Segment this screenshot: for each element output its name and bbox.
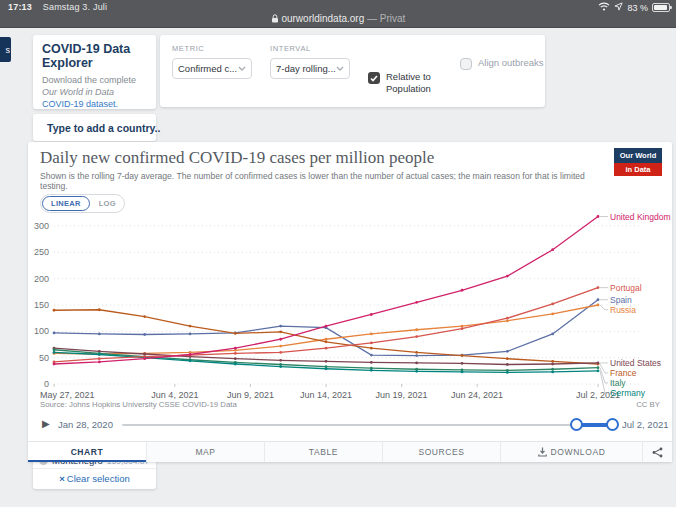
timeline-start-date: Jan 28, 2020 bbox=[58, 419, 113, 430]
align-outbreaks-checkbox[interactable]: Align outbreaks bbox=[460, 57, 543, 70]
series-label: France bbox=[610, 368, 637, 378]
svg-text:150: 150 bbox=[34, 300, 49, 310]
tab-chart[interactable]: CHART bbox=[28, 442, 146, 462]
chart-svg[interactable]: 050100150200250300May 27, 2021Jun 4, 202… bbox=[28, 210, 672, 406]
svg-text:100: 100 bbox=[34, 326, 49, 336]
explorer-title: COVID-19 Data Explorer bbox=[42, 42, 147, 71]
interval-select[interactable]: 7-day rolling... bbox=[270, 58, 350, 79]
svg-text:0: 0 bbox=[44, 379, 49, 389]
lock-icon bbox=[271, 14, 279, 23]
license-badge[interactable]: CC BY bbox=[636, 400, 660, 409]
status-time-date: 17:13 Samstag 3. Juli bbox=[8, 2, 107, 12]
svg-text:May 27, 2021: May 27, 2021 bbox=[40, 390, 95, 400]
add-country-search[interactable]: Type to add a country.. bbox=[33, 114, 156, 141]
series-label: United Kingdom bbox=[610, 212, 670, 222]
battery-icon bbox=[652, 3, 670, 12]
timeline-track[interactable] bbox=[122, 424, 578, 426]
svg-text:200: 200 bbox=[34, 274, 49, 284]
metric-label: METRIC bbox=[172, 44, 252, 53]
tab-download[interactable]: DOWNLOAD bbox=[500, 442, 642, 462]
interval-label: INTERVAL bbox=[270, 44, 350, 53]
checkbox-checked-icon bbox=[368, 72, 380, 84]
timeline-handle-start[interactable] bbox=[570, 418, 583, 431]
wifi-icon bbox=[598, 2, 610, 13]
tab-table[interactable]: TABLE bbox=[264, 442, 382, 462]
svg-text:Jun 4, 2021: Jun 4, 2021 bbox=[151, 390, 198, 400]
clock: 17:13 bbox=[8, 2, 32, 12]
dataset-link[interactable]: COVID-19 dataset. bbox=[42, 99, 118, 109]
svg-text:300: 300 bbox=[34, 221, 49, 231]
svg-text:250: 250 bbox=[34, 247, 49, 257]
series-label: Spain bbox=[610, 295, 632, 305]
explorer-description: Download the complete Our World in Data … bbox=[42, 74, 147, 110]
svg-text:50: 50 bbox=[39, 353, 49, 363]
linear-scale-button[interactable]: LINEAR bbox=[42, 196, 90, 211]
chart-title: Daily new confirmed COVID-19 cases per m… bbox=[40, 148, 434, 168]
url-privacy-label: — Privat bbox=[367, 13, 405, 24]
series-label: Italy bbox=[610, 378, 626, 388]
owid-logo[interactable]: Our World in Data bbox=[614, 148, 662, 176]
url-bar[interactable]: ourworldindata.org — Privat bbox=[0, 13, 676, 24]
log-scale-button[interactable]: LOG bbox=[91, 197, 124, 210]
chart-card: Daily new confirmed COVID-19 cases per m… bbox=[28, 142, 672, 462]
timeline: ▶ Jan 28, 2020 Jul 2, 2021 bbox=[28, 414, 672, 436]
share-icon bbox=[652, 447, 663, 458]
battery-percent: 83 % bbox=[627, 3, 648, 13]
owid-name-italic: Our World in Data bbox=[42, 87, 114, 97]
metric-select[interactable]: Confirmed c... bbox=[172, 58, 252, 79]
location-arrow-icon bbox=[614, 2, 623, 13]
ios-status-bar: 17:13 Samstag 3. Juli 83 % ourworldindat… bbox=[0, 0, 676, 28]
svg-text:Jun 14, 2021: Jun 14, 2021 bbox=[300, 390, 352, 400]
explorer-info-panel: COVID-19 Data Explorer Download the comp… bbox=[33, 35, 156, 109]
url-domain: ourworldindata.org bbox=[281, 13, 364, 24]
chevron-down-icon bbox=[238, 66, 246, 71]
tab-sources[interactable]: SOURCES bbox=[382, 442, 500, 462]
chart-source: Source: Johns Hopkins University CSSE CO… bbox=[40, 400, 237, 409]
chevron-down-icon bbox=[336, 66, 344, 71]
svg-text:Jun 9, 2021: Jun 9, 2021 bbox=[227, 390, 274, 400]
metric-controls-panel: METRIC Confirmed c... INTERVAL 7-day rol… bbox=[160, 35, 545, 107]
view-tabs: CHART MAP TABLE SOURCES DOWNLOAD bbox=[28, 441, 672, 462]
checkbox-unchecked-icon bbox=[460, 58, 472, 70]
series-label: Portugal bbox=[610, 283, 642, 293]
search-placeholder: Type to add a country.. bbox=[47, 122, 160, 134]
chart-subtitle: Shown is the rolling 7-day average. The … bbox=[40, 171, 600, 191]
download-icon bbox=[538, 447, 547, 457]
clear-selection-button[interactable]: ×Clear selection bbox=[33, 468, 156, 489]
clipped-edge-tab[interactable]: s bbox=[0, 37, 11, 62]
relative-to-population-checkbox[interactable]: Relative to Population bbox=[368, 71, 448, 95]
timeline-handle-end[interactable] bbox=[606, 418, 619, 431]
status-date: Samstag 3. Juli bbox=[43, 2, 108, 12]
timeline-end-date: Jul 2, 2021 bbox=[622, 419, 668, 430]
series-label: Russia bbox=[610, 305, 636, 315]
tab-share[interactable] bbox=[642, 442, 672, 462]
series-label: Germany bbox=[610, 388, 646, 398]
series-label: United States bbox=[610, 358, 661, 368]
svg-text:Jun 24, 2021: Jun 24, 2021 bbox=[451, 390, 503, 400]
tab-map[interactable]: MAP bbox=[146, 442, 264, 462]
clear-icon: × bbox=[59, 473, 65, 484]
svg-text:Jun 19, 2021: Jun 19, 2021 bbox=[376, 390, 428, 400]
play-button[interactable]: ▶ bbox=[42, 418, 50, 429]
